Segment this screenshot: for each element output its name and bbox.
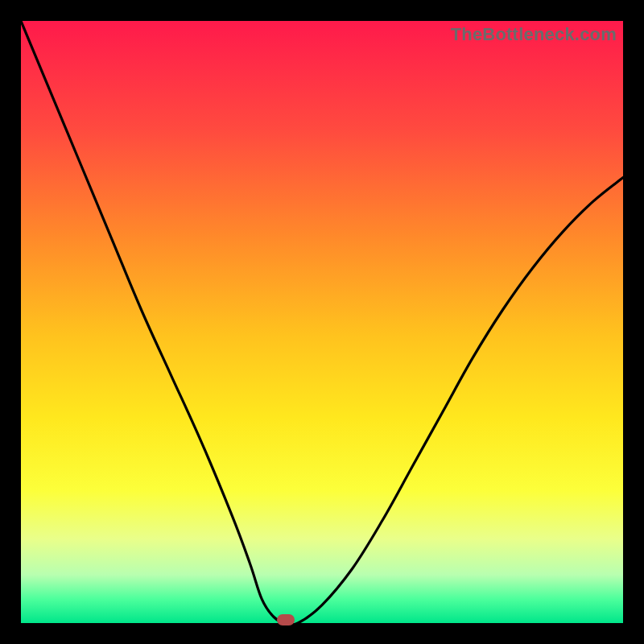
plot-area: TheBottleneck.com (21, 21, 623, 623)
optimum-marker (277, 614, 295, 625)
curve-path (21, 21, 623, 623)
bottleneck-curve (21, 21, 623, 623)
chart-frame: TheBottleneck.com (0, 0, 644, 644)
